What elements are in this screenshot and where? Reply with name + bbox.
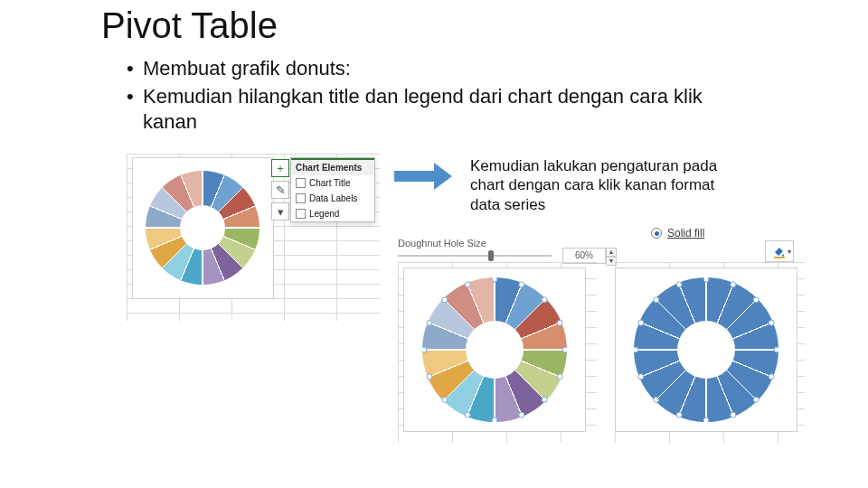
svg-point-5	[562, 347, 567, 352]
chart-elements-button[interactable]: +	[271, 159, 289, 177]
option-label: Chart Title	[309, 178, 351, 188]
option-label: Data Labels	[309, 193, 357, 203]
bullet-list: Membuat grafik donuts: Kemudian hilangka…	[127, 56, 760, 137]
option-label: Legend	[309, 209, 339, 219]
donut-chart[interactable]	[422, 277, 567, 422]
solid-fill-label: Solid fill	[667, 227, 704, 239]
svg-point-32	[676, 282, 682, 287]
svg-point-24	[731, 412, 736, 418]
svg-point-22	[769, 374, 774, 380]
chart-container[interactable]	[615, 267, 797, 432]
screenshot-donut-with-elements: + ✎ ▾ Chart Elements Chart Title Data La…	[127, 154, 380, 321]
svg-point-8	[519, 412, 524, 418]
chart-styles-button[interactable]: ✎	[271, 181, 289, 199]
svg-point-18	[731, 282, 736, 287]
slider-knob[interactable]	[488, 250, 494, 261]
page-title: Pivot Table	[101, 5, 278, 46]
svg-point-3	[542, 297, 547, 303]
selection-handles	[422, 277, 567, 422]
chart-container[interactable]	[132, 157, 274, 299]
svg-point-25	[703, 418, 709, 422]
svg-point-28	[638, 374, 644, 380]
screenshot-donut-solid	[615, 262, 805, 443]
bullet-dot	[127, 56, 143, 82]
svg-point-11	[442, 397, 448, 402]
chart-filter-button[interactable]: ▾	[271, 202, 289, 221]
bullet-text: Kemudian hilangkan title dan legend dari…	[143, 84, 760, 136]
svg-point-12	[427, 374, 432, 380]
radio-icon[interactable]	[651, 228, 662, 239]
chart-side-buttons: + ✎ ▾	[271, 159, 289, 224]
note-text: Kemudian lakukan pengaturan pada chart d…	[470, 156, 723, 214]
svg-point-27	[654, 397, 659, 402]
svg-point-31	[654, 297, 659, 303]
svg-point-6	[557, 374, 562, 380]
svg-point-7	[542, 397, 547, 402]
bullet-item: Membuat grafik donuts:	[127, 56, 760, 82]
svg-point-4	[557, 320, 562, 325]
svg-point-21	[774, 347, 778, 352]
slide: Pivot Table Membuat grafik donuts: Kemud…	[0, 0, 868, 488]
svg-point-29	[634, 347, 638, 352]
svg-rect-0	[774, 257, 785, 258]
chart-elements-heading: Chart Elements	[291, 158, 374, 175]
svg-point-14	[427, 320, 432, 325]
selection-handles	[634, 277, 778, 422]
paint-bucket-icon	[772, 244, 787, 258]
fill-color-button[interactable]: ▾	[765, 240, 794, 262]
bullet-text: Membuat grafik donuts:	[143, 56, 760, 82]
svg-point-16	[465, 282, 470, 287]
svg-point-13	[422, 347, 427, 352]
chart-elements-option[interactable]: Chart Title	[291, 175, 374, 191]
donut-chart[interactable]	[634, 277, 778, 422]
svg-point-2	[519, 282, 524, 287]
svg-point-19	[753, 297, 759, 303]
svg-point-30	[638, 320, 644, 325]
svg-point-26	[676, 412, 682, 418]
chart-elements-option[interactable]: Legend	[291, 206, 374, 221]
chevron-down-icon[interactable]: ▾	[788, 248, 791, 256]
checkbox-icon[interactable]	[296, 209, 306, 219]
svg-point-15	[442, 297, 448, 303]
checkbox-icon[interactable]	[296, 178, 306, 188]
svg-point-1	[492, 277, 497, 282]
arrow-icon	[394, 163, 452, 190]
svg-point-20	[769, 320, 774, 325]
bullet-dot	[127, 84, 143, 110]
svg-point-9	[492, 418, 497, 422]
screenshot-donut-multicolor	[398, 262, 597, 443]
solid-fill-option[interactable]: Solid fill	[651, 227, 704, 239]
chart-elements-option[interactable]: Data Labels	[291, 191, 374, 206]
svg-point-10	[465, 412, 470, 418]
donut-chart[interactable]	[146, 171, 259, 285]
svg-point-23	[753, 397, 759, 402]
checkbox-icon[interactable]	[296, 193, 306, 203]
chart-elements-flyout[interactable]: Chart Elements Chart Title Data Labels L…	[290, 157, 375, 222]
hole-size-slider[interactable]: 60% ▲▼	[398, 250, 633, 261]
bullet-item: Kemudian hilangkan title dan legend dari…	[127, 84, 760, 136]
doughnut-hole-size-control: Doughnut Hole Size 60% ▲▼	[398, 238, 633, 261]
svg-point-17	[703, 277, 709, 282]
chart-container[interactable]	[403, 267, 586, 432]
